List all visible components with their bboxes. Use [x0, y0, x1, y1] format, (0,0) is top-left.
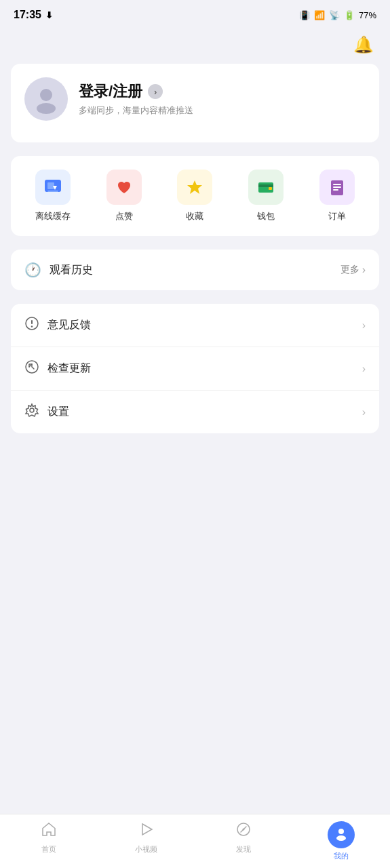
svg-rect-13 — [333, 189, 338, 191]
update-label: 检查更新 — [47, 361, 91, 376]
svg-rect-9 — [269, 187, 272, 190]
bell-icon[interactable]: 🔔 — [353, 35, 374, 54]
menu-card: 意见反馈 › 检查更新 › 设置 — [11, 304, 379, 433]
more-chevron: › — [362, 264, 366, 276]
login-title: 登录/注册 › — [79, 81, 193, 102]
feedback-label: 意见反馈 — [47, 318, 91, 332]
menu-settings-left: 设置 — [24, 403, 69, 421]
svg-marker-20 — [142, 824, 152, 835]
action-order[interactable]: 订单 — [313, 170, 361, 222]
svg-rect-5 — [47, 191, 58, 192]
battery-icon: 🔋 — [344, 10, 355, 20]
like-label: 点赞 — [115, 210, 133, 222]
settings-chevron: › — [362, 406, 366, 418]
svg-point-1 — [37, 103, 56, 114]
nav-discover-label: 发现 — [236, 844, 251, 854]
history-title: 观看历史 — [50, 263, 93, 277]
watch-history-row[interactable]: 🕐 观看历史 更多 › — [11, 250, 379, 290]
collect-icon-bg — [177, 170, 212, 205]
svg-rect-12 — [333, 186, 341, 188]
profile-subtitle: 多端同步，海量内容精准推送 — [79, 104, 193, 117]
nav-discover[interactable]: 发现 — [220, 821, 267, 854]
offline-icon-bg — [35, 170, 71, 205]
svg-marker-6 — [187, 180, 202, 194]
nav-home[interactable]: 首页 — [25, 821, 73, 854]
history-icon: 🕐 — [24, 262, 41, 278]
more-label: 更多 — [340, 264, 359, 276]
collect-label: 收藏 — [186, 210, 203, 222]
menu-feedback-left: 意见反馈 — [24, 316, 91, 334]
wallet-label: 钱包 — [257, 210, 275, 222]
update-chevron: › — [362, 363, 366, 375]
status-time: 17:35 ⬇ — [14, 9, 53, 21]
mine-active-circle — [328, 821, 355, 848]
nav-mine-label: 我的 — [334, 851, 349, 861]
feedback-chevron: › — [362, 319, 366, 332]
svg-point-19 — [30, 408, 34, 412]
vibrate-icon: 📳 — [299, 10, 310, 20]
login-arrow: › — [148, 84, 163, 99]
menu-settings[interactable]: 设置 › — [11, 391, 379, 433]
bottom-nav: 首页 小视频 发现 我的 — [0, 814, 390, 868]
svg-point-23 — [338, 829, 344, 834]
wallet-icon-bg — [248, 170, 284, 205]
time-text: 17:35 — [14, 9, 41, 21]
actions-grid: 离线缓存 点赞 收藏 — [18, 170, 372, 222]
nav-video-label: 小视频 — [135, 844, 157, 854]
quick-actions-card: 离线缓存 点赞 收藏 — [11, 156, 379, 236]
signal-icon: 📡 — [329, 10, 340, 20]
home-icon — [41, 821, 57, 842]
nav-home-label: 首页 — [41, 844, 56, 854]
wifi-icon: 📶 — [314, 10, 325, 20]
battery-percent: 77% — [359, 10, 376, 20]
menu-update-left: 检查更新 — [24, 359, 91, 378]
action-wallet[interactable]: 钱包 — [242, 170, 290, 222]
action-collect[interactable]: 收藏 — [171, 170, 218, 222]
profile-section: 登录/注册 › 多端同步，海量内容精准推送 — [11, 64, 379, 142]
mic-icon: ⬇ — [45, 10, 53, 20]
svg-point-0 — [40, 89, 52, 101]
action-offline[interactable]: 离线缓存 — [29, 170, 77, 222]
profile-header[interactable]: 登录/注册 › 多端同步，海量内容精准推送 — [24, 77, 366, 121]
profile-info: 登录/注册 › 多端同步，海量内容精准推送 — [79, 81, 193, 117]
order-label: 订单 — [328, 210, 346, 222]
status-icons: 📳 📶 📡 🔋 77% — [299, 10, 376, 20]
nav-mine[interactable]: 我的 — [317, 821, 365, 861]
like-icon-bg — [106, 170, 142, 205]
update-icon — [24, 359, 39, 378]
offline-label: 离线缓存 — [35, 210, 71, 222]
watch-history-left: 🕐 观看历史 — [24, 262, 93, 278]
feedback-icon — [24, 316, 39, 334]
svg-point-22 — [243, 829, 245, 831]
avatar — [24, 77, 68, 121]
action-like[interactable]: 点赞 — [100, 170, 148, 222]
svg-point-24 — [336, 835, 346, 841]
watch-history-card: 🕐 观看历史 更多 › — [11, 250, 379, 290]
order-icon-bg — [319, 170, 355, 205]
watch-history-more[interactable]: 更多 › — [340, 264, 366, 276]
svg-rect-11 — [333, 184, 341, 185]
settings-label: 设置 — [47, 405, 69, 419]
status-bar: 17:35 ⬇ 📳 📶 📡 🔋 77% — [0, 0, 390, 30]
nav-video[interactable]: 小视频 — [123, 821, 170, 854]
settings-icon — [24, 403, 39, 421]
login-text: 登录/注册 — [79, 81, 142, 102]
discover-icon — [235, 821, 252, 842]
notification-area: 🔔 — [0, 30, 390, 57]
mine-icon — [334, 826, 349, 844]
menu-update[interactable]: 检查更新 › — [11, 347, 379, 391]
svg-point-16 — [31, 326, 33, 327]
video-icon — [138, 821, 155, 842]
menu-feedback[interactable]: 意见反馈 › — [11, 304, 379, 347]
svg-rect-8 — [258, 184, 273, 187]
svg-rect-15 — [31, 320, 33, 324]
